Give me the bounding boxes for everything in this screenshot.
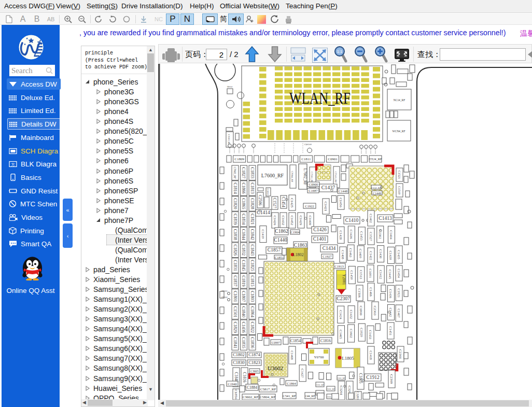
svg-text:C1802: C1802 [233,352,245,357]
svg-text:C1428: C1428 [339,231,343,240]
svg-text:C1805: C1805 [358,373,363,383]
svg-text:C1841: C1841 [233,337,237,348]
svg-text:C1832: C1832 [241,245,246,256]
svg-text:C1527: C1527 [369,232,373,241]
svg-text:C1815: C1815 [250,275,255,286]
svg-text:C1422: C1422 [369,251,373,260]
svg-text:U3602: U3602 [268,365,283,371]
svg-text:C1829: C1829 [233,322,237,333]
svg-text:C1420: C1420 [273,216,277,226]
svg-text:C1436: C1436 [349,230,353,239]
svg-text:C7513_RF: C7513_RF [334,172,337,183]
svg-text:C1884: C1884 [247,385,257,390]
svg-text:C1813: C1813 [250,183,255,193]
svg-text:C1831: C1831 [233,260,237,271]
svg-text:C1854: C1854 [290,339,301,343]
svg-text:C2301: C2301 [398,349,402,359]
svg-text:C1091: C1091 [369,269,372,278]
svg-text:C1827: C1827 [241,167,246,178]
svg-text:C1801: C1801 [233,291,237,302]
svg-text:C1013: C1013 [267,189,269,195]
svg-text:C1819: C1819 [241,275,246,286]
svg-text:W#1#_RF: W#1#_RF [319,172,328,174]
svg-text:C1862: C1862 [275,229,288,234]
svg-text:C1416: C1416 [389,289,393,299]
svg-text:C0#1##: C0#1## [304,143,312,146]
svg-text:L7600_RF: L7600_RF [261,173,284,178]
svg-text:C1452: C1452 [290,216,294,226]
svg-text:C1840: C1840 [241,306,246,317]
svg-text:C1843: C1843 [250,245,255,256]
svg-text:C1807: C1807 [241,291,246,302]
svg-text:C1940: C1940 [228,382,236,386]
svg-text:C1465: C1465 [339,330,343,339]
svg-text:C1602: C1602 [349,329,353,338]
svg-text:L1802: L1802 [293,252,304,257]
svg-text:1:1: 1:1 [337,49,342,54]
svg-text:WCN#_RF: WCN#_RF [392,130,405,133]
svg-text:C#11_RF: C#11_RF [337,377,345,380]
svg-text:C1857: C1857 [268,247,281,252]
svg-text:C1842: C1842 [250,229,255,240]
svg-text:C1811: C1811 [301,157,311,161]
svg-text:C1864: C1864 [287,382,296,385]
svg-text:C1450: C1450 [339,198,343,207]
svg-text:C1433: C1433 [369,330,372,340]
svg-text:C1432: C1432 [281,216,285,226]
svg-text:C1402: C1402 [369,214,373,223]
svg-text:C1463: C1463 [349,248,353,257]
svg-text:C1838: C1838 [233,229,237,240]
svg-text:C1459: C1459 [350,271,354,280]
svg-text:C1864: C1864 [250,306,255,317]
svg-text:方: 方 [11,162,15,166]
svg-text:C1912: C1912 [366,375,380,380]
svg-text:C2309: C2309 [389,374,394,384]
svg-text:C2303: C2303 [373,306,377,316]
svg-text:C3610_RF: C3610_RF [228,134,230,145]
svg-text:C1519: C1519 [398,186,401,194]
svg-text:C5#1_RF: C5#1_RF [283,394,296,398]
svg-text:C1826: C1826 [233,245,237,256]
svg-text:C1421: C1421 [324,202,328,212]
svg-text:C3203: C3203 [356,391,359,400]
svg-text:C1468: C1468 [290,350,294,360]
svg-text:C1412: C1412 [379,270,383,279]
svg-text:C3605: C3605 [250,370,259,373]
svg-text:C0900: C0900 [309,183,318,186]
svg-text:C1830: C1830 [233,360,245,365]
svg-text:C1816: C1816 [242,372,247,382]
svg-text:C2506: C2506 [258,195,262,205]
svg-text:C1506: C1506 [358,288,361,298]
svg-text:C##_RF: C##_RF [305,395,315,398]
svg-text:C1408: C1408 [341,250,345,259]
svg-text:C1844: C1844 [241,229,246,240]
svg-text:C1835: C1835 [241,337,246,348]
svg-text:C1866: C1866 [241,183,246,193]
svg-text:L1805: L1805 [342,356,354,361]
svg-text:C0997: C0997 [272,341,280,344]
svg-text:C1809: C1809 [359,306,363,316]
svg-text:C1442: C1442 [389,308,393,317]
svg-text:C1439: C1439 [389,251,393,260]
svg-text:C1822: C1822 [250,322,255,333]
svg-text:C1407: C1407 [397,308,401,318]
svg-text:C1865: C1865 [241,198,246,209]
svg-text:C1435: C1435 [397,250,401,259]
svg-text:C1404: C1404 [389,230,393,240]
svg-text:C1851: C1851 [275,256,284,259]
svg-text:C1436: C1436 [241,322,246,333]
svg-text:L7602_RF: L7602_RF [303,169,307,186]
svg-text:C1513: C1513 [359,270,363,279]
svg-text:TP#1#: TP#1# [227,86,233,88]
svg-text:C1821: C1821 [250,214,255,224]
svg-text:C1825: C1825 [250,260,255,271]
svg-text:C1451: C1451 [389,326,393,335]
svg-text:C1828: C1828 [250,198,255,209]
svg-text:C1833: C1833 [250,167,255,178]
svg-text:C1839: C1839 [233,214,237,224]
svg-text:C1432: C1432 [349,310,353,319]
svg-text:C1527: C1527 [272,198,277,208]
svg-text:C1427: C1427 [301,369,304,378]
svg-text:C1521: C1521 [398,171,401,179]
svg-text:C1429: C1429 [299,216,303,226]
